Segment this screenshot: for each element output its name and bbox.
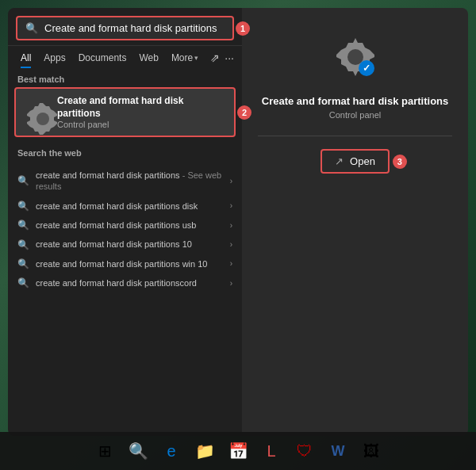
search-icon-5: 🔍 (17, 277, 29, 288)
search-box-container: 🔍 Create and format hard disk partitions… (8, 8, 242, 46)
word-icon: W (332, 443, 345, 460)
arrow-icon-5: › (230, 279, 232, 288)
search-icon-2: 🔍 (17, 220, 29, 231)
shield-icon: 🛡 (297, 442, 313, 460)
web-item-title-0: create and format hard disk partitions -… (36, 170, 230, 193)
chevron-down-icon: ▾ (194, 54, 198, 62)
search-icon-0: 🔍 (17, 175, 29, 186)
web-item-3[interactable]: 🔍 create and format hard disk partitions… (8, 235, 242, 254)
ellipsis-icon[interactable]: ··· (225, 52, 234, 64)
taskbar-search[interactable]: 🔍 (124, 437, 152, 465)
web-item-0[interactable]: 🔍 create and format hard disk partitions… (8, 166, 242, 197)
left-panel: 🔍 Create and format hard disk partitions… (8, 8, 242, 436)
tab-documents[interactable]: Documents (74, 49, 132, 67)
best-match-label: Best match (8, 70, 242, 87)
web-item-title-2: create and format hard disk partitions u… (36, 220, 230, 231)
right-panel: ✓ Create and format hard disk partitions… (242, 8, 468, 436)
web-search-list: 🔍 create and format hard disk partitions… (8, 161, 242, 297)
media-icon: L (267, 442, 275, 460)
arrow-icon-4: › (230, 259, 232, 268)
step2-badge: 2 (237, 105, 251, 120)
best-match-text: Create and format hard disk partitions C… (57, 95, 226, 129)
search-taskbar-icon: 🔍 (129, 441, 148, 460)
app-icon-small (24, 100, 49, 125)
search-icon: 🔍 (25, 22, 38, 34)
taskbar-media[interactable]: L (257, 437, 286, 465)
app-icon-large: ✓ (330, 32, 381, 82)
web-item-title-5: create and format hard disk partitionsco… (36, 277, 230, 288)
edge-icon: e (167, 442, 175, 460)
web-item-title-3: create and format hard disk partitions 1… (36, 239, 230, 250)
search-icon-3: 🔍 (17, 239, 29, 250)
folder-icon: 📁 (195, 441, 215, 460)
desktop-background: 🔍 Create and format hard disk partitions… (0, 0, 476, 470)
web-item-4[interactable]: 🔍 create and format hard disk partitions… (8, 254, 242, 273)
calendar-icon: 📅 (228, 441, 248, 460)
taskbar-word[interactable]: W (324, 437, 352, 465)
best-match-subtitle: Control panel (57, 120, 226, 129)
web-search-label: Search the web (8, 143, 242, 161)
taskbar-photos[interactable]: 🖼 (357, 437, 386, 465)
taskbar-edge[interactable]: e (157, 437, 186, 465)
search-query-text: Create and format hard disk partitions (44, 22, 225, 34)
open-label: Open (350, 155, 375, 167)
search-overlay: 🔍 Create and format hard disk partitions… (8, 8, 468, 436)
photos-icon: 🖼 (363, 442, 379, 460)
taskbar-explorer[interactable]: 📁 (190, 437, 219, 465)
tab-apps[interactable]: Apps (39, 49, 70, 67)
search-icon-4: 🔍 (17, 258, 29, 269)
nav-icons: ⇗ ··· (210, 52, 234, 64)
link-icon[interactable]: ⇗ (210, 52, 220, 64)
search-box[interactable]: 🔍 Create and format hard disk partitions… (16, 16, 234, 40)
taskbar-shield[interactable]: 🛡 (290, 437, 319, 465)
web-item-1[interactable]: 🔍 create and format hard disk partitions… (8, 197, 242, 216)
search-icon-1: 🔍 (17, 201, 29, 212)
step1-badge: 1 (236, 21, 250, 36)
divider (258, 136, 452, 136)
taskbar-calendar[interactable]: 📅 (224, 437, 252, 465)
tab-web[interactable]: Web (134, 49, 163, 67)
arrow-icon-3: › (230, 240, 232, 249)
web-item-title-4: create and format hard disk partitions w… (36, 258, 230, 269)
best-match-item[interactable]: Create and format hard disk partitions C… (14, 87, 236, 137)
nav-tabs: All Apps Documents Web More ▾ ⇗ ··· (8, 46, 242, 70)
taskbar: ⊞ 🔍 e 📁 📅 L 🛡 W 🖼 (0, 432, 476, 470)
arrow-icon-2: › (230, 221, 232, 230)
svg-text:✓: ✓ (363, 63, 370, 74)
web-item-title-1: create and format hard disk partitions d… (36, 201, 230, 212)
detail-app-type: Control panel (329, 110, 381, 120)
taskbar-windows-start[interactable]: ⊞ (90, 437, 119, 465)
arrow-icon-1: › (230, 201, 232, 210)
web-item-5[interactable]: 🔍 create and format hard disk partitions… (8, 273, 242, 292)
detail-app-name: Create and format hard disk partitions (262, 95, 449, 107)
open-button[interactable]: ↗ Open (321, 149, 390, 174)
step3-badge: 3 (393, 155, 407, 169)
windows-icon: ⊞ (98, 441, 112, 460)
open-icon: ↗ (335, 155, 344, 167)
web-item-2[interactable]: 🔍 create and format hard disk partitions… (8, 216, 242, 235)
best-match-title: Create and format hard disk partitions (57, 95, 226, 120)
svg-point-0 (36, 113, 49, 125)
tab-more[interactable]: More ▾ (167, 49, 203, 67)
tab-all[interactable]: All (16, 49, 36, 67)
arrow-icon-0: › (230, 177, 232, 185)
